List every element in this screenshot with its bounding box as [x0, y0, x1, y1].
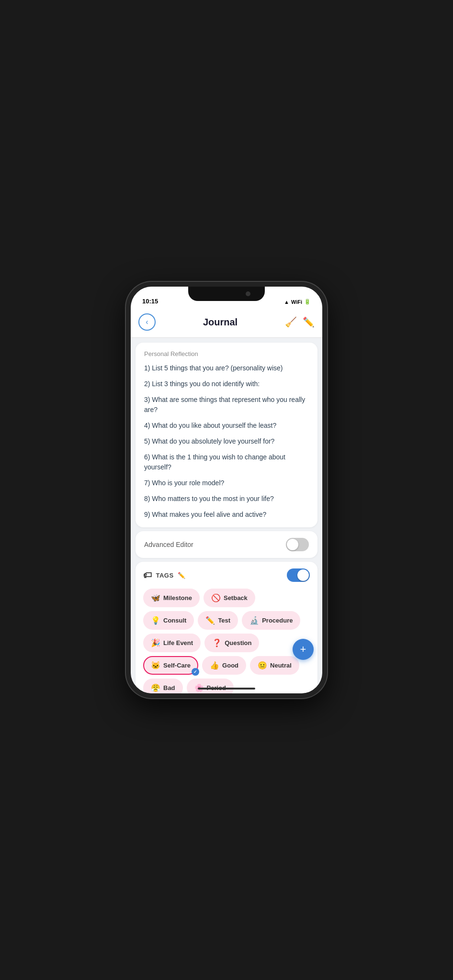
back-icon: ‹	[146, 318, 148, 326]
toggle-thumb	[287, 539, 298, 550]
life-event-label: Life Event	[163, 639, 193, 646]
setback-emoji: 🚫	[211, 593, 221, 602]
tag-bad[interactable]: 😤 Bad	[143, 679, 183, 693]
procedure-emoji: 🔬	[249, 616, 259, 625]
setback-label: Setback	[224, 594, 248, 601]
tag-icon: 🏷	[143, 570, 152, 580]
fab-icon: +	[300, 643, 306, 656]
neutral-emoji: 😐	[258, 661, 267, 670]
tags-pencil-icon: ✏️	[178, 572, 186, 579]
question-emoji: ❓	[212, 638, 222, 647]
home-indicator	[198, 688, 255, 690]
question-2: 2) List 3 things you do not identify wit…	[144, 379, 309, 389]
advanced-editor-row: Advanced Editor	[136, 531, 317, 558]
tag-consult[interactable]: 💡 Consult	[143, 611, 194, 630]
question-1: 1) List 5 things that you are? (personal…	[144, 363, 309, 373]
tags-toggle-thumb	[297, 569, 309, 581]
selected-check-badge: ✓	[192, 668, 199, 676]
bad-emoji: 😤	[151, 683, 160, 692]
advanced-editor-label: Advanced Editor	[144, 541, 193, 548]
fab-button[interactable]: +	[293, 639, 314, 660]
tag-life-event[interactable]: 🎉 Life Event	[143, 634, 201, 652]
tags-toggle[interactable]	[287, 568, 310, 582]
self-care-label: Self-Care	[163, 662, 191, 669]
question-6: 6) What is the 1 thing you wish to chang…	[144, 452, 309, 472]
tag-self-care[interactable]: 🐱 Self-Care ✓	[143, 656, 198, 675]
life-event-emoji: 🎉	[151, 638, 160, 647]
signal-icon: ▲	[284, 299, 289, 305]
battery-icon: 🔋	[304, 299, 311, 305]
advanced-editor-toggle[interactable]	[286, 538, 309, 551]
tags-header-label: TAGS	[156, 572, 174, 579]
back-button[interactable]: ‹	[138, 313, 156, 331]
tags-label-row: 🏷 TAGS ✏️	[143, 570, 185, 580]
content-card: Personal Reflection 1) List 5 things tha…	[136, 343, 317, 527]
broom-icon[interactable]: 🧹	[285, 316, 297, 328]
wifi-icon: WiFi	[291, 299, 302, 305]
tag-period[interactable]: 🌸 Period	[187, 679, 234, 693]
tags-header: 🏷 TAGS ✏️	[143, 568, 310, 582]
tag-question[interactable]: ❓ Question	[204, 634, 259, 652]
test-emoji: ✏️	[205, 616, 215, 625]
milestone-label: Milestone	[163, 594, 192, 601]
header: ‹ Journal 🧹 ✏️	[131, 308, 322, 338]
tag-neutral[interactable]: 😐 Neutral	[250, 656, 299, 675]
edit-icon[interactable]: ✏️	[303, 316, 315, 328]
question-9: 9) What makes you feel alive and active?	[144, 510, 309, 520]
milestone-emoji: 🦋	[151, 593, 160, 602]
tag-setback[interactable]: 🚫 Setback	[204, 589, 255, 607]
tag-milestone[interactable]: 🦋 Milestone	[143, 589, 200, 607]
tag-procedure[interactable]: 🔬 Procedure	[242, 611, 300, 630]
question-list: 1) List 5 things that you are? (personal…	[144, 363, 309, 520]
good-label: Good	[222, 662, 238, 669]
tag-test[interactable]: ✏️ Test	[198, 611, 238, 630]
status-icons: ▲ WiFi 🔋	[284, 299, 311, 305]
question-label: Question	[225, 639, 251, 646]
question-7: 7) Who is your role model?	[144, 478, 309, 488]
procedure-label: Procedure	[262, 617, 293, 624]
page-title: Journal	[203, 317, 238, 328]
bad-label: Bad	[163, 684, 175, 691]
tags-section: 🏷 TAGS ✏️ 🦋 Milestone 🚫 Setback	[136, 562, 317, 693]
question-4: 4) What do you like about yourself the l…	[144, 421, 309, 431]
consult-emoji: 💡	[151, 616, 160, 625]
question-5: 5) What do you absolutely love yourself …	[144, 436, 309, 446]
tags-grid: 🦋 Milestone 🚫 Setback 💡 Consult ✏️ Test …	[143, 589, 310, 693]
test-label: Test	[218, 617, 230, 624]
tag-good[interactable]: 👍 Good	[202, 656, 246, 675]
consult-label: Consult	[163, 617, 186, 624]
question-3: 3) What are some things that represent w…	[144, 395, 309, 415]
neutral-label: Neutral	[270, 662, 292, 669]
section-label: Personal Reflection	[144, 350, 309, 357]
question-8: 8) Who matters to you the most in your l…	[144, 494, 309, 504]
good-emoji: 👍	[210, 661, 219, 670]
status-time: 10:15	[142, 298, 158, 305]
header-action-icons: 🧹 ✏️	[285, 316, 315, 328]
self-care-emoji: 🐱	[151, 661, 160, 670]
